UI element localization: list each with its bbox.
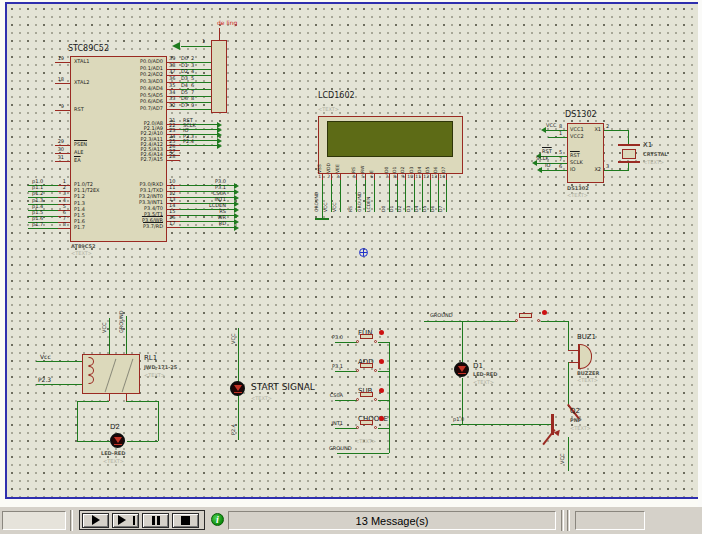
wire: [109, 318, 110, 354]
led-d1-text-placeholder: <TEXT>: [473, 380, 494, 385]
led-start-signal[interactable]: [230, 381, 245, 396]
status-message: 13 Message(s): [356, 515, 429, 527]
net-label: P3.0: [325, 335, 343, 340]
ground-symbol: [315, 218, 329, 220]
pause-button[interactable]: [142, 513, 169, 528]
crystal[interactable]: [622, 149, 636, 159]
key-sub[interactable]: SUBCS0A: [335, 388, 393, 408]
led-d2-text-placeholder: <TEXT>: [103, 459, 124, 464]
mcu-part-label: AT89C52: [71, 244, 95, 249]
diode-icon: [234, 385, 242, 391]
buzzer-text-placeholder: <TEXT>: [577, 378, 598, 383]
wire: [180, 227, 237, 228]
pin-stub: [55, 161, 70, 162]
wire: [541, 321, 568, 322]
net-label: CS0A: [325, 393, 343, 398]
wire: [378, 342, 389, 343]
wire: [451, 424, 551, 425]
key-actuator-icon: [379, 416, 384, 421]
schematic-canvas[interactable]: STC89C52 19XTAL1 18XTAL2 9RST 29PSEN 30A…: [0, 0, 702, 507]
net-label: IO: [545, 163, 550, 168]
net-label: GROUND: [430, 313, 453, 318]
diode-icon: [458, 366, 466, 372]
lcd-screen: [327, 121, 453, 157]
key-choose[interactable]: CHOOSEINT1: [335, 416, 393, 436]
pnp-arrow-icon: [554, 428, 562, 436]
status-left-panel: [2, 511, 66, 530]
led-d1-part-label: LED-RED: [473, 372, 497, 377]
step-button[interactable]: [112, 513, 139, 528]
wire: [335, 342, 357, 343]
canvas-right-margin: [698, 0, 702, 507]
lcd-pin: D714D7: [438, 158, 454, 230]
wire: [424, 321, 517, 322]
pin-stub: [58, 228, 70, 229]
pin-stub: [166, 227, 180, 228]
net-label: VCC: [546, 123, 556, 128]
pin-stub: [568, 350, 578, 351]
buzzer[interactable]: [578, 344, 592, 369]
pin-row: P2.7/A1528: [100, 154, 235, 164]
pin-name: IO: [570, 167, 575, 172]
key-terminal: [537, 319, 540, 322]
key-cap[interactable]: [519, 313, 532, 318]
wire: [158, 401, 159, 441]
lcd-title: LCD1602: [318, 92, 355, 100]
pin-stub: [109, 394, 110, 401]
key-terminal: [374, 398, 377, 401]
play-icon: [92, 515, 105, 525]
wire: [548, 137, 567, 138]
info-icon[interactable]: i: [211, 513, 224, 526]
pin-name: VCC1: [570, 127, 584, 132]
pin-name: RST: [570, 153, 580, 158]
stop-icon: [181, 516, 190, 525]
connector-pin1-number: 1: [202, 39, 205, 44]
led-d1[interactable]: [454, 362, 469, 377]
crystal-plate: [618, 144, 640, 146]
divider: [70, 510, 73, 531]
net-label: INT1: [325, 421, 343, 426]
crystal-text-placeholder: <TEXT>: [643, 160, 664, 165]
net-label: GROUND: [119, 311, 124, 333]
stop-button[interactable]: [172, 513, 199, 528]
pin-name: SCLK: [570, 160, 583, 165]
pin-stub: [55, 83, 70, 84]
status-bar: i 13 Message(s): [0, 507, 702, 534]
wire: [389, 342, 390, 453]
divider: [567, 510, 570, 531]
step-icon: [118, 515, 131, 525]
key-actuator-icon[interactable]: [542, 310, 547, 315]
buzzer-part-label: BUZZER: [577, 371, 599, 376]
wire: [541, 170, 567, 171]
pin-number: 6: [559, 164, 562, 169]
key-actuator-icon: [379, 359, 384, 364]
key-add[interactable]: ADDP3.1: [335, 359, 393, 379]
connector-body[interactable]: [211, 40, 227, 113]
keys-text-placeholder: <TEXT>: [355, 439, 376, 444]
wire: [446, 180, 447, 212]
net-label: RST: [542, 149, 552, 154]
divider: [561, 510, 564, 531]
net-label: SCLK: [536, 156, 549, 161]
pin-name: X1: [585, 127, 601, 132]
relay-part-label: JWD-171-25: [144, 365, 177, 370]
play-button[interactable]: [82, 513, 109, 528]
key-cap: [360, 363, 373, 368]
start-signal-text-placeholder: <TEXT>: [251, 396, 272, 401]
key-terminal: [356, 369, 359, 372]
lcd-text-placeholder: <TEXT>: [318, 107, 339, 112]
key-fun[interactable]: FUNP3.0: [335, 330, 393, 350]
wire: [77, 401, 78, 441]
net-label: Vcc: [40, 354, 51, 360]
buzzer-ref: BUZ1: [577, 334, 596, 341]
wire: [335, 428, 357, 429]
pin-number: 7: [559, 157, 562, 162]
pause-icon: [157, 516, 160, 525]
wire: [126, 316, 127, 354]
status-right-panel: [575, 511, 645, 530]
proteus-window: STC89C52 19XTAL1 18XTAL2 9RST 29PSEN 30A…: [0, 0, 702, 534]
connector-label: de ling: [217, 20, 237, 26]
rtc-part-label: DS1302: [567, 186, 589, 191]
transistor-ref: Q2: [570, 408, 580, 415]
led-d2[interactable]: [110, 433, 125, 448]
